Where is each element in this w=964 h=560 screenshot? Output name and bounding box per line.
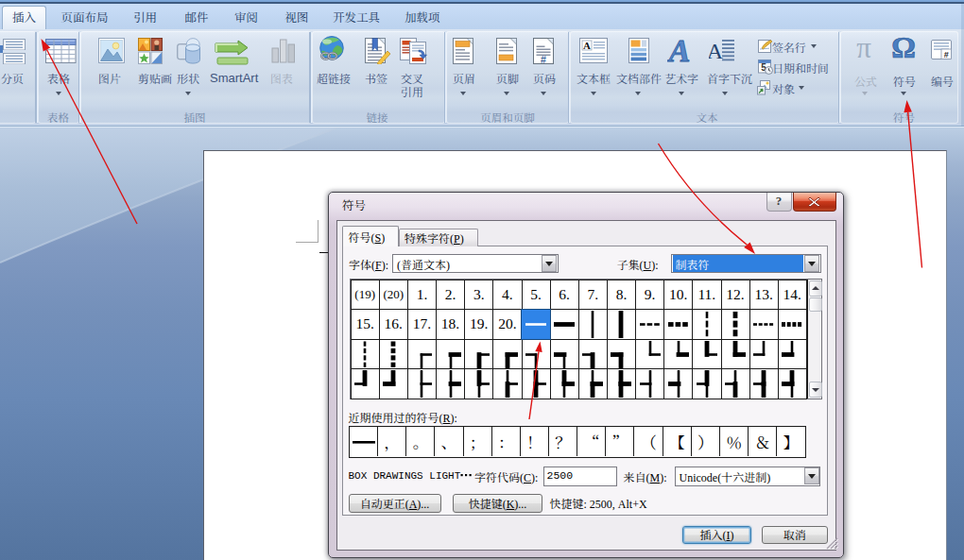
- svg-text:#: #: [541, 54, 546, 65]
- svg-text:π: π: [856, 36, 871, 61]
- svg-text:A: A: [583, 40, 591, 51]
- svg-text:A: A: [667, 37, 690, 63]
- svg-text:#: #: [944, 50, 949, 59]
- svg-text:A: A: [709, 39, 724, 63]
- svg-text:Ω: Ω: [891, 34, 916, 61]
